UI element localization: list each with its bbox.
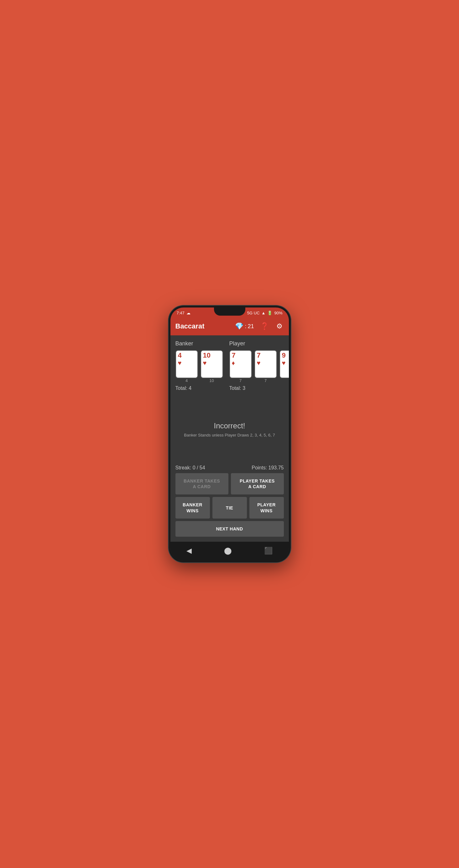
- buttons-area: BANKER TAKESA CARD PLAYER TAKESA CARD BA…: [175, 473, 284, 537]
- app-bar-right: 💎 : 21 ❓ ⚙: [235, 321, 284, 332]
- banker-cards-row: 4 ♥ 4 10 ♥ 10: [175, 350, 223, 383]
- result-title: Incorrect!: [214, 422, 245, 430]
- player-card-1-label: 7: [229, 378, 252, 383]
- gem-score-display: 💎 : 21: [235, 322, 254, 330]
- banker-card-1-suit: ♥: [178, 360, 182, 367]
- banker-total: Total: 4: [175, 385, 223, 391]
- card-item: 7 ♥ 7: [254, 350, 277, 383]
- recents-nav-button[interactable]: ⬛: [258, 546, 279, 556]
- player-label: Player: [229, 340, 291, 347]
- player-total: Total: 3: [229, 385, 291, 391]
- player-wins-button[interactable]: PLAYERWINS: [249, 497, 284, 518]
- takes-card-row: BANKER TAKESA CARD PLAYER TAKESA CARD: [175, 473, 284, 494]
- notch: [214, 308, 245, 316]
- battery-icon: 🔋: [267, 311, 272, 315]
- streak-display: Streak: 0 / 54: [175, 465, 205, 471]
- battery-label: 90%: [274, 311, 282, 315]
- banker-card-2-suit: ♥: [203, 360, 207, 367]
- network-label: 5G UC: [247, 311, 260, 315]
- next-hand-button[interactable]: NEXT HAND: [175, 521, 284, 537]
- player-card-2-suit: ♥: [257, 360, 261, 367]
- card-item: 4 ♥ 4: [175, 350, 198, 383]
- app-bar: Baccarat 💎 : 21 ❓ ⚙: [170, 317, 289, 335]
- card-item: 7 ♦ 7: [229, 350, 252, 383]
- main-content: Banker 4 ♥ 4 10 ♥ 10: [170, 335, 289, 542]
- card-item: 10 ♥ 10: [201, 350, 223, 383]
- colon-label: :: [245, 323, 246, 330]
- app-title: Baccarat: [175, 322, 205, 330]
- settings-button[interactable]: ⚙: [275, 321, 284, 332]
- banker-wins-button[interactable]: BANKERWINS: [175, 497, 210, 518]
- player-cards-row: 7 ♦ 7 7 ♥ 7 9: [229, 350, 291, 383]
- banker-label: Banker: [175, 340, 223, 347]
- gem-icon: 💎: [235, 322, 243, 330]
- back-nav-button[interactable]: ◀: [180, 546, 198, 556]
- tie-button[interactable]: TIE: [212, 497, 247, 518]
- help-icon: ❓: [260, 322, 269, 330]
- outcome-row: BANKERWINS TIE PLAYERWINS: [175, 497, 284, 518]
- player-card-2-label: 7: [254, 378, 277, 383]
- banker-card-2-value: 10: [203, 352, 210, 359]
- player-card-1-value: 7: [232, 352, 236, 359]
- banker-hand: Banker 4 ♥ 4 10 ♥ 10: [175, 340, 223, 391]
- signal-icon: ▲: [262, 311, 266, 315]
- player-card-3-label: 9: [280, 378, 291, 383]
- player-hand: Player 7 ♦ 7 7 ♥ 7: [229, 340, 291, 391]
- gem-score-value: 21: [248, 323, 254, 330]
- player-card-3-suit: ♥: [282, 360, 286, 367]
- banker-card-1-label: 4: [175, 378, 198, 383]
- player-card-2: 7 ♥: [254, 350, 277, 378]
- next-hand-row: NEXT HAND: [175, 521, 284, 537]
- card-item: 9 ♥ 9: [280, 350, 291, 383]
- nav-bar: ◀ ⬤ ⬛: [170, 542, 289, 560]
- hands-row: Banker 4 ♥ 4 10 ♥ 10: [175, 340, 284, 391]
- status-left: 7:47 ☁: [177, 311, 191, 315]
- banker-card-1: 4 ♥: [175, 350, 198, 378]
- banker-card-2-label: 10: [201, 378, 223, 383]
- phone-frame: 7:47 ☁ 5G UC ▲ 🔋 90% Baccarat 💎 : 21 ❓ ⚙: [169, 306, 291, 562]
- banker-card-1-value: 4: [178, 352, 182, 359]
- result-subtitle: Banker Stands unless Player Draws 2, 3, …: [184, 433, 275, 437]
- player-takes-card-button[interactable]: PLAYER TAKESA CARD: [231, 473, 284, 494]
- stats-row: Streak: 0 / 54 Points: 193.75: [175, 461, 284, 473]
- banker-card-2: 10 ♥: [201, 350, 223, 378]
- points-display: Points: 193.75: [252, 465, 284, 471]
- result-area: Incorrect! Banker Stands unless Player D…: [175, 397, 284, 461]
- settings-icon: ⚙: [276, 322, 283, 330]
- player-card-2-value: 7: [257, 352, 261, 359]
- status-right: 5G UC ▲ 🔋 90%: [247, 311, 283, 315]
- time-display: 7:47: [177, 311, 184, 315]
- home-nav-button[interactable]: ⬤: [218, 546, 238, 556]
- cloud-icon: ☁: [187, 311, 191, 315]
- help-button[interactable]: ❓: [259, 321, 270, 332]
- player-card-1: 7 ♦: [229, 350, 252, 378]
- player-card-1-suit: ♦: [232, 360, 235, 367]
- banker-takes-card-button[interactable]: BANKER TAKESA CARD: [175, 473, 228, 494]
- player-card-3: 9 ♥: [280, 350, 291, 378]
- player-card-3-value: 9: [282, 352, 286, 359]
